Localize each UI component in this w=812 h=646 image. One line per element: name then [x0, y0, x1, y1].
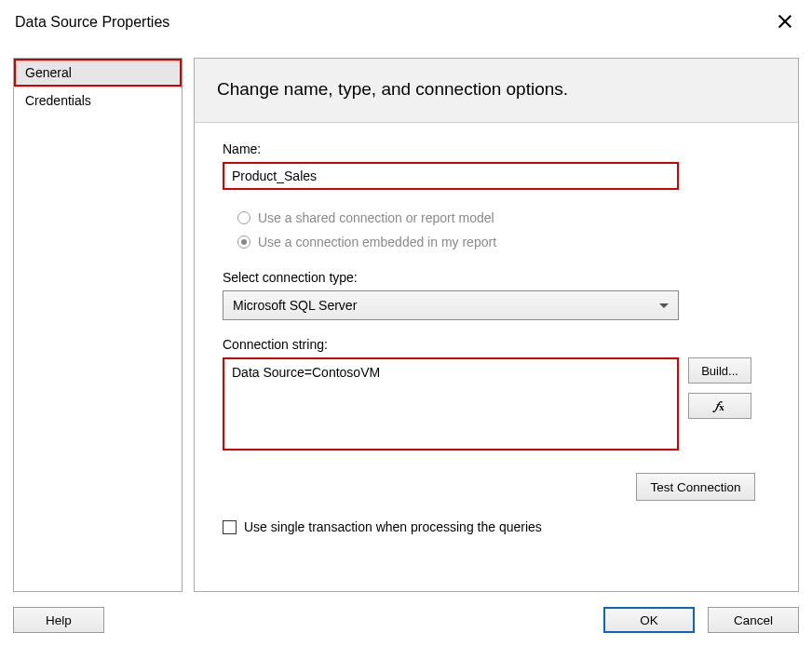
single-transaction-row[interactable]: Use single transaction when processing t…: [223, 519, 776, 534]
connection-string-value: Data Source=ContosoVM: [232, 365, 380, 380]
test-connection-row: Test Connection: [223, 473, 755, 501]
test-connection-button[interactable]: Test Connection: [636, 473, 755, 501]
radio-shared-connection: Use a shared connection or report model: [223, 209, 776, 227]
chevron-down-icon: [659, 303, 669, 308]
connection-type-value: Microsoft SQL Server: [233, 298, 357, 313]
sidebar-item-label: General: [25, 65, 72, 80]
help-button[interactable]: Help: [13, 607, 104, 633]
sidebar-item-credentials[interactable]: Credentials: [14, 87, 182, 114]
close-icon[interactable]: [777, 13, 793, 30]
build-button[interactable]: Build...: [688, 357, 751, 384]
fx-icon: 𝑓x: [715, 398, 724, 413]
main-panel: Change name, type, and connection option…: [194, 58, 799, 592]
sidebar-item-general[interactable]: General: [14, 59, 182, 87]
ok-button[interactable]: OK: [603, 607, 695, 633]
dialog-title: Data Source Properties: [15, 14, 169, 31]
connection-string-row: Data Source=ContosoVM Build... 𝑓x: [223, 357, 776, 451]
connection-string-label: Connection string:: [223, 337, 776, 352]
main-content: Name: Product_Sales Use a shared connect…: [195, 123, 798, 544]
radio-icon: [237, 236, 250, 249]
cancel-button[interactable]: Cancel: [708, 607, 799, 633]
connection-string-side-buttons: Build... 𝑓x: [688, 357, 751, 419]
sidebar: General Credentials: [13, 58, 183, 592]
connection-type-label: Select connection type:: [223, 270, 776, 285]
main-heading: Change name, type, and connection option…: [195, 59, 798, 123]
name-value: Product_Sales: [232, 168, 317, 183]
expression-button[interactable]: 𝑓x: [688, 393, 751, 419]
radio-embedded-label: Use a connection embedded in my report: [258, 235, 496, 249]
radio-embedded-connection: Use a connection embedded in my report: [223, 233, 776, 251]
dialog-body: General Credentials Change name, type, a…: [13, 58, 799, 592]
radio-icon: [237, 211, 250, 224]
checkbox-icon[interactable]: [223, 520, 237, 534]
single-transaction-label: Use single transaction when processing t…: [244, 519, 542, 534]
connection-type-select[interactable]: Microsoft SQL Server: [223, 290, 679, 320]
sidebar-item-label: Credentials: [25, 93, 91, 108]
dialog-footer: Help OK Cancel: [13, 607, 799, 633]
dialog-titlebar: Data Source Properties: [0, 0, 812, 45]
name-input[interactable]: Product_Sales: [223, 162, 679, 190]
connection-string-input[interactable]: Data Source=ContosoVM: [223, 357, 679, 451]
radio-shared-label: Use a shared connection or report model: [258, 210, 494, 225]
name-label: Name:: [223, 141, 776, 156]
